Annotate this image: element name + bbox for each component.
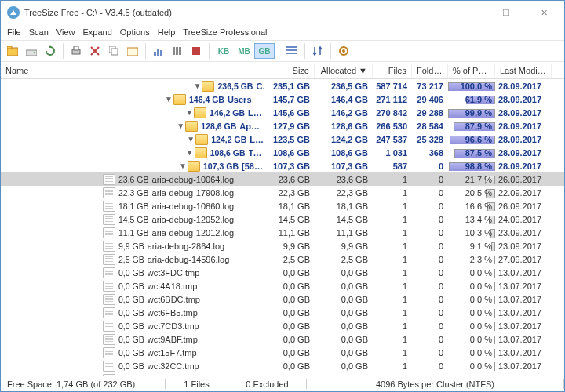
tree-row[interactable]: 9,9 GBaria-debug-2864.log9,9 GB9,9 GB109… [1,239,564,252]
header-percent[interactable]: % of Paren... [448,64,495,78]
cell-date: 13.07.2017 [495,335,552,344]
filter-button[interactable] [169,42,186,60]
svg-rect-17 [286,49,297,51]
item-name: wct4A18.tmp [148,281,198,291]
copy-button[interactable] [105,42,122,60]
cell-alloc: 146,2 GB [315,108,373,118]
cell-percent: 16,6 % [448,201,495,211]
options-button[interactable] [335,42,352,60]
cell-folders: 0 [412,241,448,251]
cell-size: 11,1 GB [264,228,315,238]
tree-row[interactable]: 0,0 GBwct4A18.tmp0,0 GB0,0 GB100,0 %13.0… [1,279,564,292]
item-name: wct51FB.tmp [148,375,198,376]
size-label: 0,0 GB [118,375,144,376]
cell-size: 9,9 GB [264,241,315,251]
view-details-button[interactable] [283,42,301,60]
network-drive-button[interactable] [23,42,40,60]
menu-scan[interactable]: Scan [29,27,49,37]
tree-row[interactable]: ▼146,2 GBLukáš145,6 GB146,2 GB270 84229 … [1,106,564,119]
cell-files: 1 [373,188,412,198]
tree-row[interactable]: 0,0 GBwct15F7.tmp0,0 GB0,0 GB100,0 %13.0… [1,346,564,359]
folder-icon [173,94,186,105]
tree-row[interactable]: 11,1 GBaria-debug-12012.log11,1 GB11,1 G… [1,226,564,239]
tree-row[interactable]: 0,0 GBwct32CC.tmp0,0 GB0,0 GB100,0 %13.0… [1,359,564,372]
header-name[interactable]: Name [1,64,264,78]
tree-row[interactable]: 18,1 GBaria-debug-10860.log18,1 GB18,1 G… [1,199,564,212]
size-label: 0,0 GB [118,335,144,344]
size-label: 0,0 GB [118,281,144,291]
unit-mb-button[interactable]: MB [234,43,254,59]
tree-row[interactable]: 0,0 GBwct6FB5.tmp0,0 GB0,0 GB100,0 %13.0… [1,306,564,319]
tree-row[interactable]: 0,0 GBwct7CD3.tmp0,0 GB0,0 GB100,0 %13.0… [1,319,564,332]
cell-folders: 0 [412,348,448,358]
expander-icon[interactable]: ▼ [184,108,194,117]
expander-icon[interactable]: ▼ [192,82,202,90]
file-icon [103,174,115,185]
menu-file[interactable]: File [7,27,21,37]
size-label: 14,5 GB [118,215,149,224]
item-name: aria-debug-14596.log [148,255,230,264]
header-allocated[interactable]: Allocated ▼ [315,64,373,78]
tree-view[interactable]: ▼236,5 GBC:\235,1 GB236,5 GB587 71473 21… [1,79,564,376]
menu-expand[interactable]: Expand [82,27,111,37]
cell-alloc: 18,1 GB [315,201,373,211]
explorer-button[interactable] [124,42,141,60]
refresh-button[interactable] [42,42,59,60]
menu-treesize-professional[interactable]: TreeSize Professional [183,27,267,37]
cell-alloc: 0,0 GB [315,361,373,371]
delete-button[interactable] [86,42,104,60]
unit-kb-button[interactable]: KB [213,43,234,59]
cell-size: 0,0 GB [264,295,315,304]
expander-icon[interactable]: ▼ [178,162,188,170]
print-button[interactable] [67,42,85,60]
sort-button[interactable] [309,42,326,60]
window-controls: ─ ☐ ✕ [454,2,558,23]
cell-percent: 87,9 % [448,122,495,131]
cell-percent: 0,0 % [448,295,495,304]
cell-date: 13.07.2017 [495,295,552,304]
menu-view[interactable]: View [56,27,75,37]
tree-row[interactable]: ▼108,6 GBTemp108,6 GB108,6 GB1 03136887,… [1,146,564,159]
tree-row[interactable]: 0,0 GBwct9ABF.tmp0,0 GB0,0 GB100,0 %13.0… [1,332,564,346]
svg-rect-11 [160,50,162,56]
header-size[interactable]: Size [264,64,315,78]
cell-date: 13.07.2017 [495,268,552,278]
tree-row[interactable]: ▼107,3 GB[587 Files]107,3 GB107,3 GB5870… [1,159,564,172]
cell-alloc: 124,2 GB [315,135,373,144]
menu-options[interactable]: Options [120,27,150,37]
header-folders[interactable]: Folders [412,64,448,78]
close-button[interactable]: ✕ [530,2,558,23]
stop-button[interactable] [188,42,205,60]
cell-date: 26.09.2017 [495,175,552,184]
cell-size: 0,0 GB [264,348,315,358]
size-label: 146,4 GB [189,95,224,104]
tree-row[interactable]: 2,5 GBaria-debug-14596.log2,5 GB2,5 GB10… [1,252,564,266]
expander-icon[interactable]: ▼ [176,122,185,130]
tree-row[interactable]: ▼236,5 GBC:\235,1 GB236,5 GB587 71473 21… [1,79,564,93]
tree-row[interactable]: ▼124,2 GBLocal123,5 GB124,2 GB247 53725 … [1,132,564,146]
tree-row[interactable]: 22,3 GBaria-debug-17908.log22,3 GB22,3 G… [1,186,564,199]
expander-icon[interactable]: ▼ [185,148,195,157]
expander-icon[interactable]: ▼ [186,135,195,143]
tree-row[interactable]: ▼146,4 GBUsers145,7 GB146,4 GB271 11229 … [1,93,564,106]
tree-row[interactable]: 14,5 GBaria-debug-12052.log14,5 GB14,5 G… [1,212,564,226]
tree-row[interactable]: 23,6 GBaria-debug-10064.log23,6 GB23,6 G… [1,172,564,186]
header-modified[interactable]: Last Modified [495,64,552,78]
chart-button[interactable] [150,42,167,60]
separator [145,43,146,59]
open-folder-button[interactable] [4,42,21,60]
size-label: 0,0 GB [118,295,144,304]
tree-row[interactable]: 0,0 GBwct3FDC.tmp0,0 GB0,0 GB100,0 %13.0… [1,266,564,279]
expander-icon[interactable]: ▼ [164,95,173,103]
minimize-button[interactable]: ─ [454,2,483,23]
cell-files: 1 [373,201,412,211]
menu-help[interactable]: Help [158,27,176,37]
maximize-button[interactable]: ☐ [492,2,520,23]
cell-percent: 0,0 % [448,375,495,376]
unit-gb-button[interactable]: GB [254,43,275,59]
header-files[interactable]: Files [373,64,412,78]
cell-percent: 99,9 % [448,108,495,118]
tree-row[interactable]: 0,0 GBwct6BDC.tmp0,0 GB0,0 GB100,0 %13.0… [1,292,564,306]
item-name: aria-debug-12012.log [152,228,235,238]
tree-row[interactable]: ▼128,6 GBAppData127,9 GB128,6 GB266 5302… [1,119,564,132]
